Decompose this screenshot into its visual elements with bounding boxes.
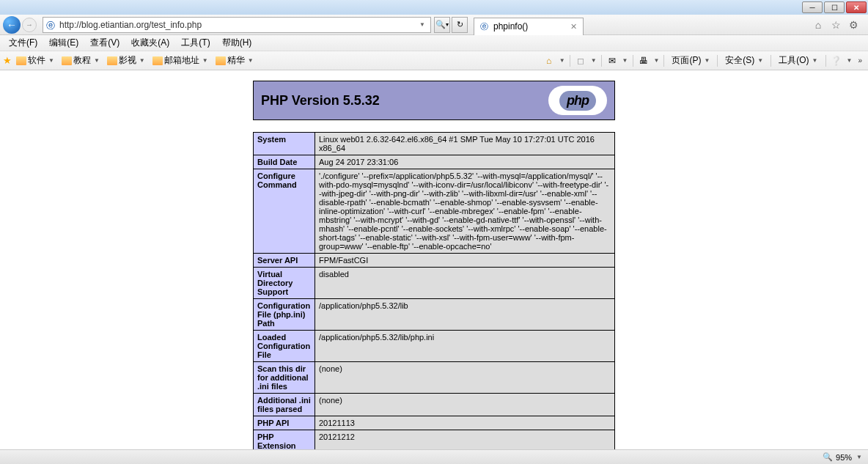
chevron-down-icon: ▼ [139, 57, 145, 64]
chevron-down-icon: ▼ [704, 57, 710, 64]
bookmark-label: 教程 [73, 54, 91, 67]
chevron-down-icon: ▼ [559, 57, 565, 64]
bookmark-label: 软件 [28, 54, 45, 67]
feeds-icon[interactable]: ◻ [575, 55, 586, 67]
more-chevron-icon[interactable]: » [855, 56, 865, 65]
ie-icon: ⓔ [46, 20, 56, 30]
home-icon[interactable]: ⌂ [543, 55, 555, 67]
settings-gear-icon[interactable]: ⚙ [847, 19, 859, 31]
bookmark-item[interactable]: 精华▼ [213, 53, 257, 68]
safety-menu[interactable]: 安全(S)▼ [722, 53, 766, 68]
chevron-down-icon: ▼ [591, 57, 597, 64]
menu-bar: 文件(F) 编辑(E) 查看(V) 收藏夹(A) 工具(T) 帮助(H) [0, 35, 868, 51]
menu-help[interactable]: 帮助(H) [216, 35, 258, 51]
bookmark-label: 精华 [227, 54, 245, 67]
search-button[interactable]: 🔍▾ [434, 17, 450, 33]
browser-nav-row: ← → ⓔ http://blog.etiantian.org/test_inf… [0, 15, 868, 35]
tab-title: phpinfo() [493, 21, 564, 32]
mail-icon[interactable]: ✉ [606, 55, 618, 67]
folder-icon [152, 56, 163, 65]
url-dropdown-icon[interactable]: ▼ [417, 21, 427, 28]
favorites-star-icon[interactable]: ☆ [830, 19, 842, 31]
favorites-icon[interactable]: ★ [3, 55, 12, 66]
chevron-down-icon: ▼ [94, 57, 100, 64]
folder-icon [16, 56, 26, 65]
help-icon[interactable]: ❔ [831, 55, 842, 67]
folder-icon [216, 56, 226, 65]
print-icon[interactable]: 🖶 [638, 55, 650, 67]
bookmark-label: 影视 [119, 54, 136, 67]
window-maximize-button[interactable]: ☐ [824, 1, 845, 13]
chevron-down-icon: ▼ [847, 57, 853, 64]
home-icon[interactable]: ⌂ [812, 19, 824, 31]
bookmark-item[interactable]: 教程▼ [59, 53, 103, 68]
folder-icon [62, 56, 72, 65]
bookmarks-bar: ★ 软件▼ 教程▼ 影视▼ 邮箱地址▼ 精华▼ ⌂▼ ◻▼ ✉▼ 🖶▼ 页面(P… [0, 51, 868, 70]
chevron-down-icon: ▼ [812, 57, 818, 64]
chevron-down-icon: ▼ [202, 57, 208, 64]
window-titlebar: ─ ☐ ✕ [0, 0, 868, 15]
window-minimize-button[interactable]: ─ [802, 1, 823, 13]
bookmark-label: 邮箱地址 [164, 54, 199, 67]
chevron-down-icon: ▼ [654, 57, 660, 64]
window-close-button[interactable]: ✕ [846, 1, 867, 13]
url-text: http://blog.etiantian.org/test_info.php [59, 20, 417, 30]
forward-button[interactable]: → [22, 18, 37, 32]
bookmark-item[interactable]: 影视▼ [104, 53, 148, 68]
chevron-down-icon: ▼ [48, 57, 54, 64]
browser-tab[interactable]: ⓔ phpinfo() ✕ [474, 18, 584, 35]
menu-edit[interactable]: 编辑(E) [43, 35, 84, 51]
page-label: 页面(P) [672, 54, 701, 67]
folder-icon [107, 56, 117, 65]
menu-file[interactable]: 文件(F) [3, 35, 43, 51]
menu-view[interactable]: 查看(V) [84, 35, 125, 51]
menu-tools[interactable]: 工具(T) [175, 35, 216, 51]
back-button[interactable]: ← [3, 16, 21, 34]
refresh-button[interactable]: ↻ [452, 17, 468, 33]
chevron-down-icon: ▼ [248, 57, 254, 64]
page-menu[interactable]: 页面(P)▼ [669, 53, 713, 68]
tools-menu[interactable]: 工具(O)▼ [776, 53, 820, 68]
bookmark-item[interactable]: 软件▼ [13, 53, 57, 68]
chevron-down-icon: ▼ [622, 57, 628, 64]
ie-icon: ⓔ [480, 21, 490, 32]
chevron-down-icon: ▼ [757, 57, 763, 64]
menu-favorites[interactable]: 收藏夹(A) [125, 35, 175, 51]
address-bar[interactable]: ⓔ http://blog.etiantian.org/test_info.ph… [43, 17, 431, 33]
tools-label: 工具(O) [779, 54, 809, 67]
bookmark-item[interactable]: 邮箱地址▼ [150, 53, 211, 68]
tab-close-icon[interactable]: ✕ [570, 22, 577, 32]
safety-label: 安全(S) [725, 54, 754, 67]
